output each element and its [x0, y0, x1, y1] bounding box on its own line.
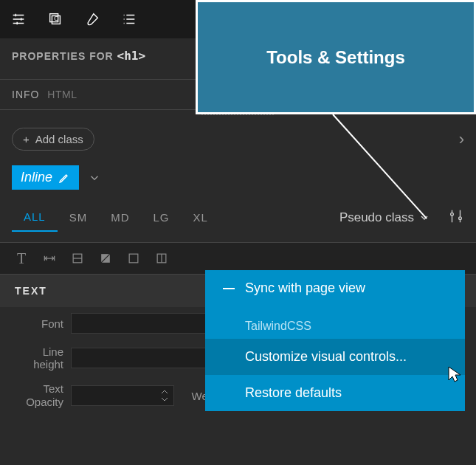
dropdown-sync-label: Sync with page view	[245, 280, 365, 296]
border-icon[interactable]	[120, 247, 148, 269]
chevron-right-icon[interactable]: ›	[459, 130, 464, 149]
properties-tag: <h1>	[117, 49, 146, 63]
inline-chip[interactable]: Inline	[12, 165, 79, 190]
text-opacity-label: Text Opacity	[12, 382, 63, 409]
text-format-icon[interactable]: T	[7, 247, 35, 269]
pencil-icon	[58, 172, 70, 184]
properties-label: PROPERTIES FOR	[12, 50, 114, 62]
dropdown-tailwind-header: TailwindCSS	[205, 306, 465, 339]
classes-section: + Add class › Inline ALL SM MD LG XL Pse…	[0, 117, 476, 242]
minus-icon	[223, 288, 235, 289]
add-class-row: + Add class ›	[12, 128, 464, 151]
svg-rect-5	[129, 254, 138, 263]
sliders-icon[interactable]	[0, 6, 37, 32]
pseudo-label: Pseudo class	[339, 210, 414, 225]
copy-icon[interactable]: C	[37, 6, 74, 32]
mouse-cursor	[447, 365, 463, 385]
callout-panel: Tools & Settings	[196, 0, 476, 114]
spacing-icon[interactable]	[35, 247, 63, 269]
tools-settings-dropdown: Sync with page view TailwindCSS Customiz…	[205, 270, 465, 411]
add-class-button[interactable]: + Add class	[12, 128, 94, 151]
inline-chip-label: Inline	[21, 170, 52, 185]
opacity-stepper[interactable]	[71, 385, 174, 406]
layout-icon[interactable]	[148, 247, 176, 269]
dropdown-restore-label: Restore defaults	[245, 385, 342, 401]
breakpoint-sm[interactable]: SM	[58, 204, 100, 231]
dropdown-customize[interactable]: Customize visual controls...	[205, 339, 465, 375]
fill-icon[interactable]	[92, 247, 120, 269]
svg-text:C: C	[54, 16, 58, 22]
chevron-down-icon[interactable]	[88, 171, 101, 185]
font-label: Font	[12, 317, 63, 330]
breakpoint-xl[interactable]: XL	[182, 204, 220, 231]
breakpoint-all[interactable]: ALL	[12, 203, 58, 232]
callout-title: Tools & Settings	[266, 47, 405, 68]
list-icon[interactable]	[111, 6, 148, 32]
add-class-label: Add class	[35, 133, 83, 145]
breakpoints: ALL SM MD LG XL Pseudo class	[12, 203, 464, 232]
breakpoint-md[interactable]: MD	[99, 204, 141, 231]
plus-icon: +	[23, 133, 30, 145]
line-height-label: Line height	[12, 345, 63, 371]
dropdown-sync[interactable]: Sync with page view	[205, 270, 465, 306]
info-sub-label: HTML	[47, 89, 77, 100]
breakpoint-lg[interactable]: LG	[142, 204, 182, 231]
info-label: INFO	[12, 89, 39, 100]
brush-icon[interactable]	[74, 6, 111, 32]
tools-settings-icon[interactable]	[448, 208, 464, 227]
align-icon[interactable]	[63, 247, 92, 269]
dropdown-customize-label: Customize visual controls...	[245, 349, 407, 365]
dropdown-restore[interactable]: Restore defaults	[205, 375, 465, 411]
